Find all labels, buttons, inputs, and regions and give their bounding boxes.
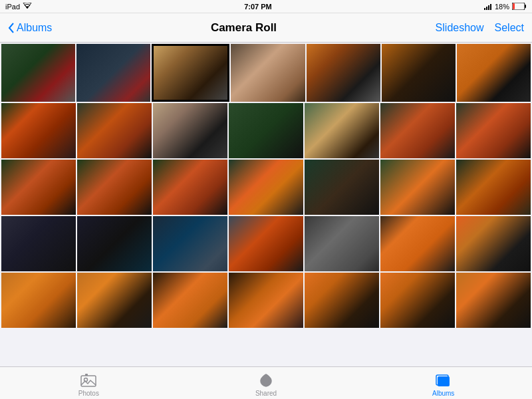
svg-rect-5	[525, 5, 526, 8]
photo-item[interactable]	[380, 103, 455, 158]
photo-item[interactable]	[307, 44, 380, 102]
svg-rect-1	[486, 7, 487, 10]
photo-item[interactable]	[77, 273, 152, 328]
photo-row	[1, 273, 531, 328]
status-bar: iPad 7:07 PM 18%	[0, 0, 532, 13]
photo-item[interactable]	[1, 44, 75, 102]
photo-item[interactable]	[457, 44, 531, 102]
svg-rect-9	[85, 374, 88, 376]
photo-item[interactable]	[456, 273, 531, 328]
photo-item[interactable]	[380, 273, 455, 328]
photo-item[interactable]	[305, 103, 379, 158]
battery-icon	[512, 3, 527, 10]
tab-shared-label: Shared	[255, 390, 277, 397]
svg-rect-0	[484, 8, 485, 10]
tab-albums[interactable]: Albums	[354, 370, 532, 397]
photos-icon	[80, 372, 96, 388]
photo-item[interactable]	[153, 160, 227, 215]
photo-row	[1, 160, 531, 215]
tab-shared[interactable]: Shared	[178, 370, 355, 397]
status-right: 18%	[484, 3, 527, 11]
photo-row	[1, 103, 531, 158]
wifi-icon	[23, 3, 32, 10]
nav-actions: Slideshow Select	[436, 22, 524, 34]
photo-item[interactable]	[1, 216, 76, 271]
back-button[interactable]: Albums	[8, 22, 52, 34]
svg-rect-3	[490, 4, 491, 10]
tab-photos-label: Photos	[78, 390, 99, 397]
photo-item[interactable]	[153, 103, 227, 158]
photo-item[interactable]	[382, 44, 456, 102]
battery-pct: 18%	[495, 3, 509, 11]
photo-item[interactable]	[153, 216, 227, 271]
slideshow-button[interactable]: Slideshow	[436, 22, 484, 34]
photo-item[interactable]	[380, 160, 455, 215]
back-label: Albums	[17, 22, 52, 34]
photo-item[interactable]	[456, 160, 531, 215]
carrier-label: iPad	[5, 3, 20, 11]
photo-item[interactable]	[229, 103, 303, 158]
select-button[interactable]: Select	[495, 22, 524, 34]
photo-row	[1, 216, 531, 271]
photo-item[interactable]	[1, 273, 76, 328]
photo-item[interactable]	[1, 103, 76, 158]
photo-item[interactable]	[305, 273, 379, 328]
photo-item[interactable]	[1, 160, 76, 215]
tab-photos[interactable]: Photos	[0, 370, 178, 397]
photo-item[interactable]	[380, 216, 455, 271]
photo-row	[1, 44, 531, 102]
photo-item[interactable]	[456, 216, 531, 271]
photo-item[interactable]	[77, 216, 152, 271]
shared-icon	[258, 372, 274, 388]
photo-grid	[0, 43, 532, 366]
svg-rect-2	[488, 5, 489, 10]
photo-item[interactable]	[153, 273, 227, 328]
nav-title: Camera Roll	[211, 21, 277, 35]
tab-bar: Photos Shared Albums	[0, 366, 532, 399]
photo-item[interactable]	[229, 216, 303, 271]
photo-item[interactable]	[456, 103, 531, 158]
photo-item[interactable]	[305, 216, 379, 271]
photo-item[interactable]	[229, 273, 303, 328]
svg-rect-6	[513, 3, 515, 9]
signal-icon	[484, 3, 492, 10]
photo-item[interactable]	[231, 44, 305, 102]
tab-albums-label: Albums	[432, 390, 454, 397]
status-time: 7:07 PM	[244, 3, 272, 11]
photo-item[interactable]	[77, 103, 152, 158]
photo-item[interactable]	[77, 160, 152, 215]
albums-icon	[436, 372, 452, 388]
photo-item[interactable]	[305, 160, 379, 215]
svg-rect-7	[81, 376, 96, 386]
photo-item[interactable]	[76, 44, 150, 102]
photo-item[interactable]	[152, 44, 229, 102]
status-left: iPad	[5, 3, 32, 11]
nav-bar: Albums Camera Roll Slideshow Select	[0, 13, 532, 43]
photo-item[interactable]	[229, 160, 303, 215]
